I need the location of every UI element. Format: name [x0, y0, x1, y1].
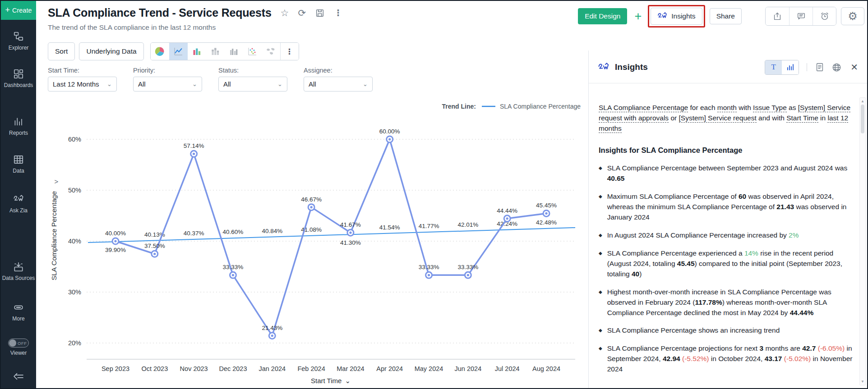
priority-select[interactable]: All ⌄	[133, 77, 202, 92]
query-term[interactable]: [System] Service request	[679, 114, 757, 123]
data-sources-icon	[13, 261, 24, 273]
plus-icon: +	[5, 5, 10, 15]
sidebar-item-data[interactable]: Data	[1, 154, 36, 174]
app-window: + Create Explorer Dashboards Reports	[0, 0, 868, 389]
svg-text:41.54%: 41.54%	[379, 224, 400, 231]
sidebar-item-more[interactable]: More	[1, 302, 36, 322]
svg-text:40.37%: 40.37%	[184, 230, 204, 237]
close-icon[interactable]: ✕	[850, 62, 858, 73]
stacked-bar-chart-icon[interactable]	[206, 43, 225, 60]
status-select[interactable]: All ⌄	[218, 77, 287, 92]
underlying-data-button[interactable]: Underlying Data	[79, 42, 143, 60]
query-term[interactable]: month	[717, 104, 737, 112]
insight-bullet: ◆In August 2024 SLA Compliance Percentag…	[599, 230, 855, 241]
assignee-select[interactable]: All ⌄	[304, 77, 373, 92]
svg-text:50%: 50%	[68, 187, 81, 194]
line-chart-icon[interactable]	[169, 43, 188, 60]
sidebar-item-reports[interactable]: Reports	[1, 116, 36, 137]
language-globe-icon[interactable]	[831, 62, 842, 73]
scrollbar-thumb[interactable]	[861, 105, 864, 133]
text-view-button[interactable]: T	[765, 60, 782, 74]
scroll-up-icon[interactable]: ▲	[860, 99, 865, 103]
data-icon	[13, 154, 24, 165]
sidebar-item-label: Reports	[9, 130, 28, 137]
diamond-bullet-icon: ◆	[599, 192, 602, 223]
insights-button[interactable]: Insights	[651, 8, 702, 25]
svg-text:Dec 2023: Dec 2023	[219, 365, 247, 372]
insight-bullet: ◆Maximum SLA Compliance Percentage of 60…	[599, 192, 855, 223]
insight-text: Highest month-over-month increase in SLA…	[607, 287, 855, 318]
scatter-plot-icon[interactable]	[243, 43, 262, 60]
svg-text:60%: 60%	[68, 136, 81, 143]
sort-button[interactable]: Sort	[48, 42, 75, 60]
export-icon	[772, 11, 782, 21]
grouped-bar-chart-icon[interactable]	[225, 43, 243, 60]
svg-text:Start Time⌄: Start Time⌄	[311, 377, 351, 384]
query-term[interactable]: SLA Compliance Percentage	[599, 104, 688, 112]
insight-bullet: ◆SLA Compliance Percentage projections f…	[599, 343, 855, 375]
svg-text:Aug 2024: Aug 2024	[532, 365, 560, 372]
scrollbar[interactable]: ▲ ▼	[859, 97, 866, 385]
legend-label: Trend Line:	[442, 103, 476, 110]
svg-text:Oct 2023: Oct 2023	[141, 365, 168, 372]
divider	[589, 83, 867, 83]
comment-icon	[796, 11, 806, 21]
comments-button[interactable]	[789, 7, 813, 25]
insights-query-summary[interactable]: SLA Compliance Percentage for each month…	[599, 103, 855, 134]
diamond-bullet-icon: ◆	[599, 248, 602, 279]
diamond-bullet-icon: ◆	[599, 325, 602, 336]
viewer-label: Viewer	[10, 350, 27, 357]
add-button[interactable]: +	[634, 10, 642, 23]
filter-value: All	[309, 80, 316, 88]
edit-design-button[interactable]: Edit Design	[578, 8, 627, 24]
series-line	[115, 139, 546, 336]
query-term[interactable]: Issue Type	[753, 104, 787, 112]
report-summary-icon[interactable]	[815, 62, 825, 72]
bar-chart-icon[interactable]	[188, 43, 206, 60]
svg-text:Apr 2024: Apr 2024	[376, 365, 403, 372]
svg-text:40.00%: 40.00%	[105, 230, 126, 237]
share-button[interactable]: Share	[710, 8, 742, 24]
gear-icon: ⚙	[848, 11, 858, 22]
diamond-bullet-icon: ◆	[599, 287, 602, 318]
svg-text:Jun 2024: Jun 2024	[455, 365, 482, 372]
create-button[interactable]: + Create	[1, 1, 36, 20]
svg-text:33.33%: 33.33%	[457, 264, 478, 270]
pie-chart-icon[interactable]	[151, 43, 169, 60]
zia-icon	[598, 62, 610, 73]
filter-label: Status:	[218, 67, 287, 74]
bar-chart-view-icon	[786, 63, 795, 72]
svg-text:33.33%: 33.33%	[223, 264, 244, 270]
refresh-icon[interactable]: ⟳	[298, 8, 306, 18]
filter-label: Priority:	[133, 67, 202, 74]
scroll-down-icon[interactable]: ▼	[860, 380, 865, 384]
map-chart-icon[interactable]	[262, 43, 280, 60]
insights-bullet-list: ◆SLA Compliance Percentage between Septe…	[599, 163, 855, 375]
query-term[interactable]: Start Time	[786, 114, 818, 123]
favorite-star-icon[interactable]: ☆	[281, 8, 289, 18]
svg-text:40.84%: 40.84%	[262, 228, 282, 234]
viewer-toggle[interactable]: OFF	[8, 339, 29, 348]
sidebar-collapse[interactable]	[1, 370, 36, 383]
more-options-icon[interactable]: ⋮	[334, 9, 342, 17]
filter-priority: Priority: All ⌄	[133, 67, 202, 92]
sidebar-item-data-sources[interactable]: Data Sources	[1, 261, 36, 282]
svg-text:40.60%: 40.60%	[223, 229, 244, 235]
filter-assignee: Assignee: All ⌄	[304, 67, 373, 92]
diamond-bullet-icon: ◆	[599, 163, 602, 184]
export-button[interactable]	[766, 7, 789, 25]
sidebar-item-dashboards[interactable]: Dashboards	[1, 68, 36, 89]
chart-view-button[interactable]	[782, 60, 799, 74]
more-chart-types-icon[interactable]: ⋮	[280, 43, 299, 60]
insight-bullet: ◆Highest month-over-month increase in SL…	[599, 287, 855, 318]
sidebar-item-ask-zia[interactable]: Ask Zia	[1, 193, 36, 214]
page-title: SLA Compliance Trend - Service Requests	[48, 6, 272, 19]
settings-button[interactable]: ⚙	[841, 7, 864, 25]
sla-trend-chart[interactable]: 20%30%40%50%60%SLA Compliance Percentage…	[36, 95, 589, 388]
svg-text:44.44%: 44.44%	[497, 207, 517, 214]
start-time-select[interactable]: Last 12 Months ⌄	[48, 77, 117, 92]
sidebar-item-explorer[interactable]: Explorer	[1, 31, 36, 51]
filter-label: Assignee:	[304, 67, 373, 74]
schedule-alert-button[interactable]	[813, 7, 836, 25]
save-icon[interactable]	[315, 8, 325, 18]
